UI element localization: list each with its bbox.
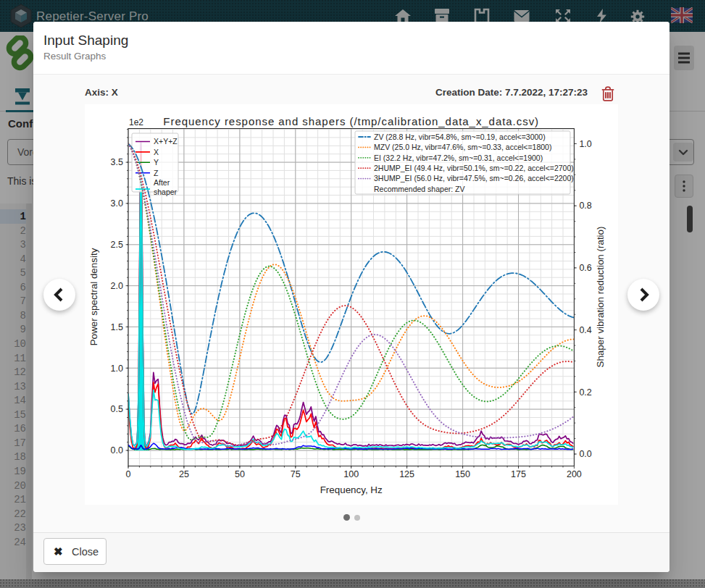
svg-text:0.0: 0.0 bbox=[579, 449, 591, 459]
svg-text:2.0: 2.0 bbox=[111, 281, 123, 291]
svg-text:Shaper vibration reduction (ra: Shaper vibration reduction (ratio) bbox=[595, 226, 606, 367]
svg-text:0.4: 0.4 bbox=[579, 325, 591, 335]
svg-text:25: 25 bbox=[179, 469, 189, 479]
svg-text:175: 175 bbox=[511, 469, 526, 479]
svg-text:1.0: 1.0 bbox=[579, 139, 591, 149]
svg-text:200: 200 bbox=[567, 469, 582, 479]
svg-text:Z: Z bbox=[154, 169, 159, 177]
svg-text:0.6: 0.6 bbox=[579, 263, 591, 273]
svg-text:EI (32.2 Hz, vibr=47.2%, sm~=0: EI (32.2 Hz, vibr=47.2%, sm~=0.31, accel… bbox=[374, 154, 543, 162]
svg-text:Frequency response and shapers: Frequency response and shapers (/tmp/cal… bbox=[163, 115, 539, 127]
svg-text:0.0: 0.0 bbox=[111, 445, 123, 455]
svg-text:MZV (25.0 Hz, vibr=47.6%, sm~=: MZV (25.0 Hz, vibr=47.6%, sm~=0.33, acce… bbox=[374, 143, 551, 151]
svg-text:3.0: 3.0 bbox=[111, 198, 123, 209]
svg-text:1.0: 1.0 bbox=[111, 364, 123, 374]
svg-text:3.5: 3.5 bbox=[111, 157, 123, 167]
svg-text:50: 50 bbox=[235, 469, 245, 479]
svg-text:3HUMP_EI (56.0 Hz, vibr=47.5%,: 3HUMP_EI (56.0 Hz, vibr=47.5%, sm~=0.26,… bbox=[374, 174, 574, 182]
svg-text:0.5: 0.5 bbox=[111, 404, 123, 414]
svg-text:0.2: 0.2 bbox=[579, 387, 591, 398]
svg-text:Frequency, Hz: Frequency, Hz bbox=[320, 484, 383, 495]
svg-text:0: 0 bbox=[126, 469, 131, 479]
svg-text:75: 75 bbox=[291, 469, 301, 479]
svg-text:X+Y+Z: X+Y+Z bbox=[154, 137, 178, 146]
svg-text:100: 100 bbox=[343, 469, 359, 479]
svg-text:Power spectral density: Power spectral density bbox=[88, 248, 99, 345]
svg-text:1e2: 1e2 bbox=[129, 117, 143, 127]
svg-text:2.5: 2.5 bbox=[111, 240, 123, 250]
svg-text:1.5: 1.5 bbox=[111, 322, 123, 332]
svg-text:X: X bbox=[154, 148, 159, 156]
svg-text:After: After bbox=[154, 178, 170, 187]
svg-text:125: 125 bbox=[399, 469, 414, 479]
svg-text:0.8: 0.8 bbox=[579, 201, 591, 211]
svg-text:shaper: shaper bbox=[154, 188, 178, 196]
svg-text:150: 150 bbox=[455, 469, 470, 479]
svg-text:2HUMP_EI (49.4 Hz, vibr=50.1%,: 2HUMP_EI (49.4 Hz, vibr=50.1%, sm~=0.22,… bbox=[374, 164, 574, 172]
svg-text:Recommended shaper: ZV: Recommended shaper: ZV bbox=[374, 185, 464, 193]
svg-text:Y: Y bbox=[154, 158, 159, 167]
svg-text:ZV (28.8 Hz, vibr=54.8%, sm~=0: ZV (28.8 Hz, vibr=54.8%, sm~=0.19, accel… bbox=[374, 133, 546, 141]
